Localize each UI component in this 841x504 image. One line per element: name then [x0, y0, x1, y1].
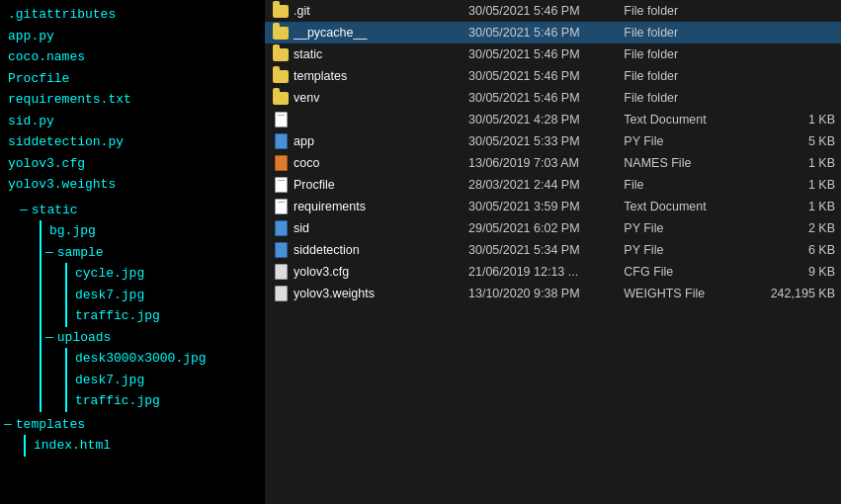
file-size-cell: 2 KB: [744, 217, 841, 239]
file-type-cell: File folder: [618, 0, 743, 22]
file-name-cell: sid: [273, 220, 309, 236]
tree-file-yolov3cfg[interactable]: yolov3.cfg: [0, 153, 265, 175]
table-row[interactable]: 30/05/2021 4:28 PM Text Document 1 KB: [265, 109, 841, 130]
file-size-cell: 9 KB: [744, 261, 841, 283]
tree-file-procfile[interactable]: Procfile: [0, 68, 265, 90]
file-size-cell: 5 KB: [744, 130, 841, 152]
file-name-cell: requirements: [273, 199, 366, 214]
table-row[interactable]: Procfile 28/03/2021 2:44 PM File 1 KB: [265, 174, 841, 196]
file-date-cell: 30/05/2021 5:33 PM: [463, 130, 618, 152]
doc-icon: [273, 112, 289, 127]
tree-folder-sample[interactable]: — sample: [42, 242, 265, 264]
file-type-cell: CFG File: [618, 261, 743, 283]
tree-file-sid[interactable]: sid.py: [0, 111, 265, 132]
tree-folder-uploads[interactable]: — uploads: [42, 327, 265, 349]
file-size-cell: [744, 0, 841, 22]
tree-folder-sample-group: — sample cycle.jpg desk7.jpg: [42, 242, 265, 327]
file-type-cell: PY File: [618, 217, 743, 239]
file-size-cell: [744, 22, 841, 43]
tree-file-traffic-uploads[interactable]: traffic.jpg: [67, 390, 265, 412]
tree-folder-static-group: — static bg.jpg — sample: [0, 200, 265, 412]
py-icon: [273, 133, 289, 149]
file-name-label: yolov3.cfg: [294, 265, 349, 279]
file-name-label: sid: [294, 221, 309, 235]
file-date-cell: 13/10/2020 9:38 PM: [463, 283, 618, 304]
tree-file-gitattributes[interactable]: .gitattributes: [0, 4, 265, 26]
file-date-cell: 29/05/2021 6:02 PM: [463, 217, 618, 239]
table-row[interactable]: __pycache__ 30/05/2021 5:46 PM File fold…: [265, 22, 841, 43]
doc-icon: [273, 177, 289, 193]
tree-file-desk7-sample[interactable]: desk7.jpg: [67, 285, 265, 306]
doc-icon: [273, 199, 289, 214]
file-size-cell: 1 KB: [744, 196, 841, 217]
file-date-cell: 30/05/2021 3:59 PM: [463, 196, 618, 217]
file-size-cell: 1 KB: [744, 109, 841, 130]
table-row[interactable]: siddetection 30/05/2021 5:34 PM PY File …: [265, 239, 841, 261]
file-name-label: venv: [294, 91, 319, 105]
file-size-cell: [744, 87, 841, 109]
file-name-label: templates: [294, 69, 347, 83]
file-date-cell: 30/05/2021 5:34 PM: [463, 239, 618, 261]
tree-file-desk3000[interactable]: desk3000x3000.jpg: [67, 348, 265, 370]
tree-file-traffic-sample[interactable]: traffic.jpg: [67, 305, 265, 327]
py-icon: [273, 242, 289, 258]
file-date-cell: 30/05/2021 5:46 PM: [463, 22, 618, 43]
file-type-cell: File folder: [618, 65, 743, 87]
table-row[interactable]: app 30/05/2021 5:33 PM PY File 5 KB: [265, 130, 841, 152]
tree-file-desk7-uploads[interactable]: desk7.jpg: [67, 370, 265, 391]
file-name-cell: siddetection: [273, 242, 360, 258]
tree-file-indexhtml[interactable]: index.html: [26, 435, 265, 457]
file-name-label: __pycache__: [294, 26, 367, 40]
file-name-cell: Procfile: [273, 177, 335, 193]
tree-file-bgjpg[interactable]: bg.jpg: [42, 220, 265, 242]
file-name-cell: coco: [273, 155, 319, 171]
file-type-cell: File folder: [618, 22, 743, 43]
file-date-cell: 30/05/2021 4:28 PM: [463, 109, 618, 130]
table-row[interactable]: coco 13/06/2019 7:03 AM NAMES File 1 KB: [265, 152, 841, 174]
tree-file-requirements[interactable]: requirements.txt: [0, 89, 265, 111]
file-name-label: yolov3.weights: [294, 287, 375, 300]
file-type-cell: PY File: [618, 130, 743, 152]
file-date-cell: 30/05/2021 5:46 PM: [463, 0, 618, 22]
file-size-cell: 1 KB: [744, 174, 841, 196]
file-date-cell: 30/05/2021 5:46 PM: [463, 65, 618, 87]
file-type-cell: File: [618, 174, 743, 196]
weights-icon: [273, 286, 289, 301]
file-name-cell: __pycache__: [273, 25, 367, 41]
table-row[interactable]: venv 30/05/2021 5:46 PM File folder: [265, 87, 841, 109]
file-name-cell: yolov3.cfg: [273, 264, 349, 280]
tree-file-app[interactable]: app.py: [0, 26, 265, 47]
file-type-cell: PY File: [618, 239, 743, 261]
file-name-label: coco: [294, 156, 319, 170]
file-date-cell: 30/05/2021 5:46 PM: [463, 43, 618, 65]
file-name-cell: templates: [273, 68, 347, 84]
file-name-cell: venv: [273, 90, 319, 106]
tree-file-yolov3weights[interactable]: yolov3.weights: [0, 174, 265, 196]
file-type-cell: WEIGHTS File: [618, 283, 743, 304]
tree-folder-static[interactable]: — static: [16, 200, 265, 221]
table-row[interactable]: static 30/05/2021 5:46 PM File folder: [265, 43, 841, 65]
file-type-cell: File folder: [618, 43, 743, 65]
file-date-cell: 30/05/2021 5:46 PM: [463, 87, 618, 109]
file-name-cell: .git: [273, 3, 310, 19]
table-row[interactable]: sid 29/05/2021 6:02 PM PY File 2 KB: [265, 217, 841, 239]
tree-file-cycle[interactable]: cycle.jpg: [67, 263, 265, 285]
tree-folder-templates-group: — templates index.html: [0, 414, 265, 457]
tree-file-siddetection[interactable]: siddetection.py: [0, 131, 265, 153]
tree-folder-templates[interactable]: — templates: [0, 414, 265, 436]
file-date-cell: 13/06/2019 7:03 AM: [463, 152, 618, 174]
cfg-icon: [273, 264, 289, 280]
table-row[interactable]: templates 30/05/2021 5:46 PM File folder: [265, 65, 841, 87]
file-type-cell: Text Document: [618, 109, 743, 130]
file-size-cell: [744, 43, 841, 65]
table-row[interactable]: yolov3.weights 13/10/2020 9:38 PM WEIGHT…: [265, 283, 841, 304]
table-row[interactable]: .git 30/05/2021 5:46 PM File folder: [265, 0, 841, 22]
file-size-cell: 242,195 KB: [744, 283, 841, 304]
table-row[interactable]: requirements 30/05/2021 3:59 PM Text Doc…: [265, 196, 841, 217]
file-explorer-panel: .git 30/05/2021 5:46 PM File folder __py…: [265, 0, 841, 504]
file-date-cell: 21/06/2019 12:13 ...: [463, 261, 618, 283]
tree-file-coco[interactable]: coco.names: [0, 46, 265, 68]
file-name-label: siddetection: [294, 243, 360, 257]
table-row[interactable]: yolov3.cfg 21/06/2019 12:13 ... CFG File…: [265, 261, 841, 283]
folder-icon: [273, 68, 289, 84]
